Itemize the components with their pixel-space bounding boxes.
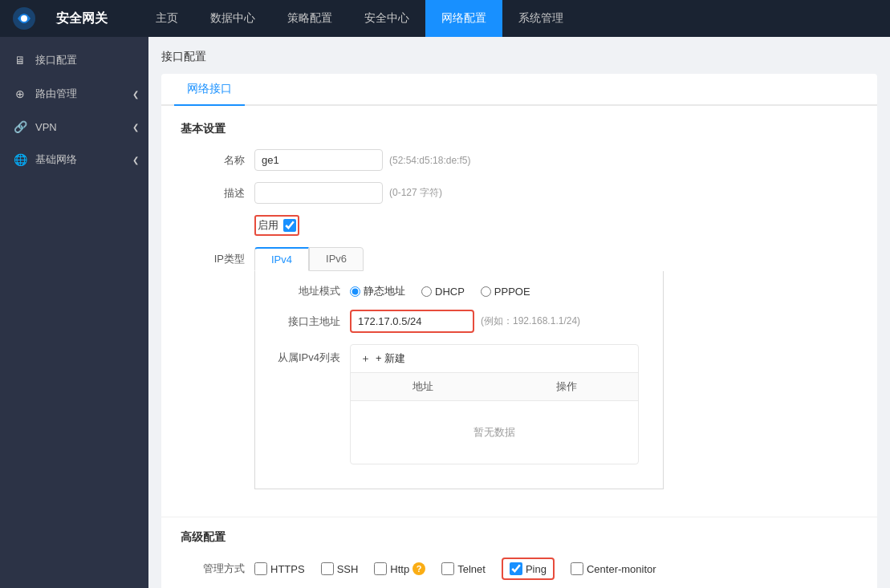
col-addr: 地址: [351, 373, 494, 400]
enable-row: 启用: [181, 215, 858, 236]
addr-mode-row: 地址模式 静态地址 DHCP: [268, 284, 650, 298]
sidebar-item-routing[interactable]: ⊕ 路由管理 ❮: [0, 77, 148, 111]
mgmt-items: HTTPS SSH Http ? Teln: [254, 558, 656, 580]
desc-hint: (0-127 字符): [389, 186, 442, 200]
name-input[interactable]: [254, 149, 383, 171]
sidebar-item-label: 接口配置: [35, 53, 77, 67]
tab-network-interface[interactable]: 网络接口: [174, 74, 245, 106]
add-label: + 新建: [376, 351, 405, 366]
nav-network[interactable]: 网络配置: [425, 0, 502, 37]
mgmt-label: 管理方式: [181, 562, 245, 576]
mgmt-https-checkbox[interactable]: [254, 562, 267, 575]
top-navigation: 安全网关 主页 数据中心 策略配置 安全中心 网络配置 系统管理: [0, 0, 890, 37]
name-hint: (52:54:d5:18:de:f5): [389, 155, 470, 166]
mode-dhcp[interactable]: DHCP: [421, 286, 465, 298]
ip-type-label: IP类型: [181, 252, 245, 266]
enable-checkbox[interactable]: [283, 219, 296, 232]
mode-pppoe[interactable]: PPPOE: [481, 286, 530, 298]
mgmt-http-checkbox[interactable]: [374, 562, 387, 575]
content-card: 网络接口 基本设置 名称 (52:54:d5:18:de:f5) 描述 (0-1…: [161, 74, 877, 588]
enable-text-label: 启用: [258, 218, 278, 233]
http-help-icon: ?: [412, 562, 425, 575]
desc-input[interactable]: [254, 182, 383, 204]
sub-ipv4-empty: 暂无数据: [351, 401, 638, 464]
mgmt-https[interactable]: HTTPS: [254, 562, 305, 575]
sidebar-item-label: VPN: [35, 121, 57, 133]
name-row: 名称 (52:54:d5:18:de:f5): [181, 149, 858, 171]
ping-container: Ping: [502, 558, 555, 580]
name-label: 名称: [181, 153, 245, 168]
chevron-right-icon: ❮: [132, 123, 139, 132]
sidebar: 🖥 接口配置 ⊕ 路由管理 ❮ 🔗 VPN ❮ 🌐 基础网络 ❮: [0, 37, 148, 588]
col-action: 操作: [494, 373, 638, 400]
mgmt-center-monitor-checkbox[interactable]: [571, 562, 583, 575]
mgmt-ssh[interactable]: SSH: [321, 562, 359, 575]
addr-mode-radio-group: 静态地址 DHCP PPPOE: [350, 284, 530, 298]
ip-type-row: IP类型 IPv4 IPv6 地址模式: [181, 247, 858, 489]
mgmt-ping-checkbox[interactable]: [510, 562, 522, 575]
sub-ipv4-add-button[interactable]: ＋ + 新建: [351, 345, 638, 373]
nav-items: 主页 数据中心 策略配置 安全中心 网络配置 系统管理: [140, 0, 890, 37]
sidebar-item-basenet[interactable]: 🌐 基础网络 ❮: [0, 143, 148, 176]
sidebar-item-interface[interactable]: 🖥 接口配置: [0, 43, 148, 77]
app-title: 安全网关: [56, 10, 108, 27]
main-layout: 🖥 接口配置 ⊕ 路由管理 ❮ 🔗 VPN ❮ 🌐 基础网络 ❮ 接口配置 网络…: [0, 37, 890, 588]
sub-ipv4-table: ＋ + 新建 地址 操作 暂无数据: [350, 344, 639, 464]
main-content: 接口配置 网络接口 基本设置 名称 (52:54:d5:18:de:f5) 描述: [148, 37, 890, 588]
tab-ipv4[interactable]: IPv4: [254, 247, 309, 271]
sub-ipv4-row: 从属IPv4列表 ＋ + 新建 地址 操作: [268, 344, 650, 464]
mgmt-center-monitor-label: Center-monitor: [587, 563, 656, 575]
main-tabs: 网络接口: [161, 74, 877, 106]
mgmt-http[interactable]: Http ?: [374, 562, 425, 575]
enable-checkbox-container: 启用: [254, 215, 299, 236]
svg-point-1: [21, 15, 27, 22]
sidebar-item-label: 路由管理: [35, 87, 77, 101]
mgmt-telnet-label: Telnet: [457, 563, 486, 575]
sidebar-item-vpn[interactable]: 🔗 VPN ❮: [0, 111, 148, 143]
nav-datacenter[interactable]: 数据中心: [194, 0, 271, 37]
mgmt-http-label: Http: [390, 563, 409, 575]
basic-settings-section: 基本设置 名称 (52:54:d5:18:de:f5) 描述 (0-127 字符…: [161, 106, 877, 517]
interface-addr-input[interactable]: [350, 310, 474, 333]
addr-mode-label: 地址模式: [268, 284, 340, 298]
sub-ipv4-label: 从属IPv4列表: [268, 351, 340, 365]
interface-addr-row: 接口主地址 (例如：192.168.1.1/24): [268, 310, 650, 333]
nav-system[interactable]: 系统管理: [502, 0, 579, 37]
mgmt-telnet[interactable]: Telnet: [441, 562, 486, 575]
basenet-icon: 🌐: [13, 153, 27, 166]
mode-dhcp-radio[interactable]: [421, 286, 432, 297]
tab-ipv6[interactable]: IPv6: [309, 247, 364, 271]
plus-icon: ＋: [360, 351, 371, 366]
interface-icon: 🖥: [13, 54, 27, 67]
advanced-settings-title: 高级配置: [181, 530, 858, 545]
mode-static-radio[interactable]: [350, 286, 360, 297]
mgmt-ssh-checkbox[interactable]: [321, 562, 334, 575]
mgmt-ping-label: Ping: [526, 563, 547, 575]
mode-dhcp-label: DHCP: [435, 286, 465, 298]
mgmt-ssh-label: SSH: [337, 563, 359, 575]
routing-icon: ⊕: [13, 87, 27, 100]
mode-static-label: 静态地址: [364, 284, 405, 298]
nav-policy[interactable]: 策略配置: [271, 0, 348, 37]
interface-addr-hint: (例如：192.168.1.1/24): [481, 314, 580, 328]
interface-addr-label: 接口主地址: [268, 314, 340, 329]
desc-label: 描述: [181, 186, 245, 201]
chevron-right-icon: ❮: [132, 90, 139, 99]
ip-type-tabs: IPv4 IPv6: [254, 247, 664, 271]
sub-ipv4-header: 地址 操作: [351, 373, 638, 401]
nav-security[interactable]: 安全中心: [348, 0, 425, 37]
mgmt-https-label: HTTPS: [270, 563, 305, 575]
chevron-right-icon: ❮: [132, 156, 139, 164]
mode-static[interactable]: 静态地址: [350, 284, 405, 298]
mgmt-mode-row: 管理方式 HTTPS SSH Http ?: [181, 558, 858, 580]
mgmt-center-monitor[interactable]: Center-monitor: [571, 562, 656, 575]
nav-home[interactable]: 主页: [140, 0, 194, 37]
mode-pppoe-label: PPPOE: [494, 286, 530, 298]
mode-pppoe-radio[interactable]: [481, 286, 491, 297]
mgmt-ping[interactable]: Ping: [510, 562, 547, 575]
ipv4-settings-box: 地址模式 静态地址 DHCP: [254, 271, 664, 489]
mgmt-telnet-checkbox[interactable]: [441, 562, 454, 575]
basic-settings-title: 基本设置: [181, 122, 858, 136]
advanced-settings-section: 高级配置 管理方式 HTTPS SSH: [161, 517, 877, 588]
sidebar-item-label: 基础网络: [35, 152, 77, 167]
